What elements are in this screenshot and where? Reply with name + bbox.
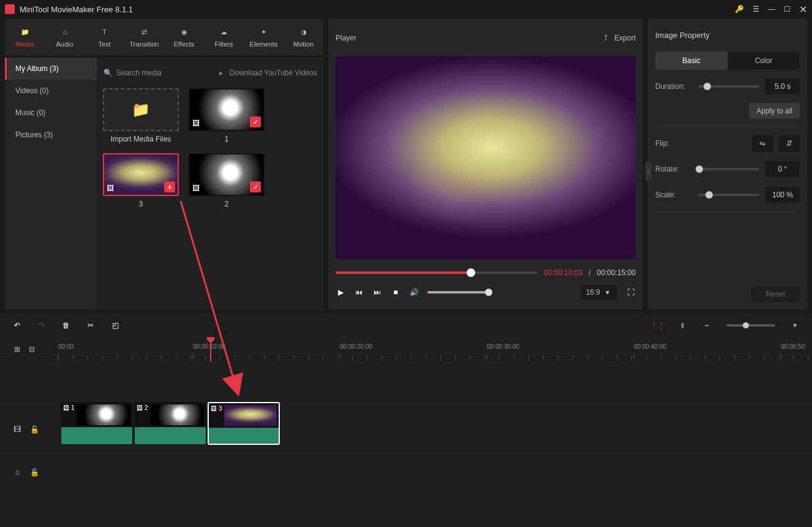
tab-basic[interactable]: Basic (655, 51, 727, 70)
tab-transition[interactable]: ⇄Transition (124, 18, 164, 55)
media-categories: My Album (3) Videos (0) Music (0) Pictur… (5, 58, 97, 309)
media-item[interactable]: 🖼 ✓ 2 (189, 153, 265, 208)
category-pictures[interactable]: Pictures (3) (5, 124, 97, 146)
aspect-ratio-select[interactable]: 16:9 ▾ (581, 285, 617, 300)
zoom-in-button[interactable]: + (790, 320, 800, 330)
fullscreen-button[interactable]: ⛶ (626, 287, 636, 297)
rotate-value[interactable]: 0 ° (765, 161, 800, 177)
export-icon: ⤴ (601, 33, 611, 43)
crop-button[interactable]: ◰ (110, 320, 120, 330)
audio-track[interactable]: ♫ 🔓 (0, 453, 812, 490)
zoom-slider[interactable] (726, 324, 775, 327)
playback-scrubber[interactable] (336, 271, 538, 274)
text-icon: T (99, 26, 111, 38)
add-track-button[interactable]: ⊞ (12, 344, 22, 354)
reset-button[interactable]: Reset (751, 286, 800, 302)
flip-vertical-button[interactable]: ⇵ (779, 135, 800, 152)
tab-color[interactable]: Color (727, 51, 800, 70)
zoom-out-button[interactable]: − (702, 320, 712, 330)
scale-label: Scale: (655, 191, 692, 199)
category-videos[interactable]: Videos (0) (5, 80, 97, 102)
maximize-button[interactable]: ☐ (784, 5, 791, 13)
check-icon: ✓ (250, 181, 261, 192)
image-icon: 🖼 (192, 119, 200, 127)
delete-button[interactable]: 🗑 (61, 320, 71, 330)
volume-icon[interactable]: 🔊 (409, 287, 419, 297)
chevron-down-icon: ▾ (603, 287, 612, 297)
timeline-ruler[interactable]: ⊞ ⊟ 00:00 00:00:10:00 00:00:20:00 00:00:… (0, 337, 812, 362)
media-panel: 📁Media ♫Audio TText ⇄Transition ◉Effects… (5, 18, 323, 309)
category-music[interactable]: Music (0) (5, 102, 97, 124)
property-title: Image Property (655, 26, 800, 44)
tab-motion[interactable]: ◑Motion (284, 18, 323, 55)
split-button[interactable]: ✂ (86, 320, 96, 330)
rotate-slider[interactable] (698, 168, 759, 170)
license-key-icon[interactable]: 🔑 (735, 5, 744, 13)
media-item[interactable]: 🖼 + 3 (103, 153, 179, 208)
ruler-tick: 00:00 (58, 343, 73, 350)
video-track[interactable]: 🎞 🔓 🖼1 🖼2 🖼3 (0, 404, 812, 453)
volume-slider[interactable] (427, 291, 489, 294)
stop-button[interactable]: ■ (391, 287, 400, 297)
ruler-tick: 00:00:50: (781, 343, 806, 350)
playhead[interactable]: ✂ (210, 337, 211, 362)
top-tabs: 📁Media ♫Audio TText ⇄Transition ◉Effects… (5, 18, 323, 55)
window-title: MiniTool MovieMaker Free 8.1.1 (20, 5, 735, 14)
snap-button[interactable]: ⋮⋮ (653, 320, 663, 330)
lock-icon[interactable]: 🔓 (29, 468, 39, 477)
panel-expander[interactable]: › (645, 162, 652, 181)
import-media-button[interactable]: 📁 Import Media Files (103, 88, 179, 143)
timecode-separator: / (588, 268, 590, 277)
ruler-tick: 00:00:40:00 (634, 343, 666, 350)
spacer-track (0, 362, 812, 404)
folder-icon: 📁 (135, 104, 147, 116)
tab-media[interactable]: 📁Media (5, 18, 45, 55)
duration-value[interactable]: 5.0 s (765, 78, 800, 94)
play-button[interactable]: ▶ (336, 287, 345, 297)
timeline-clip[interactable]: 🖼1 (61, 402, 133, 445)
add-icon[interactable]: + (164, 181, 175, 192)
scale-value[interactable]: 100 % (765, 187, 800, 203)
magnet-button[interactable]: ⫴ (677, 320, 687, 330)
duration-slider[interactable] (698, 85, 759, 88)
property-panel: Image Property Basic Color Duration: 5.0… (648, 18, 807, 309)
tab-audio[interactable]: ♫Audio (45, 18, 85, 55)
ruler-tick: 00:00:30:00 (487, 343, 519, 350)
tab-elements[interactable]: ✦Elements (244, 18, 284, 55)
ruler-tick: 00:00:10:00 (193, 343, 225, 350)
duration-label: Duration: (655, 82, 692, 91)
overlap-icon: ◉ (178, 26, 190, 38)
remove-track-button[interactable]: ⊟ (27, 344, 37, 354)
search-placeholder: Search media (116, 69, 162, 77)
rotate-label: Rotate: (655, 165, 692, 173)
tab-effects[interactable]: ◉Effects (164, 18, 204, 55)
download-youtube-link[interactable]: ▸ Download YouTube Videos (216, 68, 317, 78)
lock-icon[interactable]: 🔓 (29, 425, 39, 434)
image-icon: 🖼 (137, 404, 143, 411)
scale-slider[interactable] (698, 194, 759, 196)
preview-viewport[interactable] (336, 56, 636, 259)
prev-frame-button[interactable]: ⏮ (354, 287, 364, 297)
flip-label: Flip: (655, 139, 692, 148)
timeline: ↶ ↷ 🗑 ✂ ◰ ⋮⋮ ⫴ − + ⊞ ⊟ 00:00 00:00:10:00… (0, 314, 812, 527)
image-icon: 🖼 (192, 184, 200, 192)
tab-filters[interactable]: ☁Filters (204, 18, 244, 55)
redo-button[interactable]: ↷ (37, 320, 47, 330)
close-button[interactable]: ✕ (799, 4, 807, 15)
tab-text[interactable]: TText (85, 18, 124, 55)
search-media[interactable]: 🔍 Search media (103, 68, 211, 78)
category-my-album[interactable]: My Album (3) (5, 58, 97, 80)
timeline-clip[interactable]: 🖼3 (208, 402, 280, 445)
minimize-button[interactable]: — (768, 5, 775, 13)
timeline-clip[interactable]: 🖼2 (134, 402, 206, 445)
flip-horizontal-button[interactable]: ⇋ (752, 135, 773, 152)
audio-track-icon: ♫ (12, 468, 22, 477)
media-item[interactable]: 🖼 ✓ 1 (189, 88, 265, 143)
undo-button[interactable]: ↶ (12, 320, 22, 330)
media-library: 🔍 Search media ▸ Download YouTube Videos… (97, 58, 323, 309)
export-button[interactable]: ⤴ Export (601, 33, 636, 43)
apply-to-all-button[interactable]: Apply to all (749, 103, 800, 119)
timecode-total: 00:00:15:00 (597, 268, 636, 277)
menu-icon[interactable]: ☰ (753, 5, 759, 13)
next-frame-button[interactable]: ⏭ (372, 287, 382, 297)
